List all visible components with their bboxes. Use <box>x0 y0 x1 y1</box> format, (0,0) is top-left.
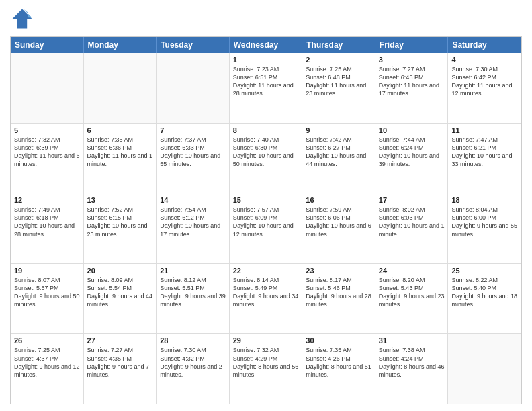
cal-cell: 17Sunrise: 8:02 AMSunset: 6:03 PMDayligh… <box>375 193 449 263</box>
cal-cell: 30Sunrise: 7:35 AMSunset: 4:26 PMDayligh… <box>302 334 375 404</box>
cell-info: Sunrise: 7:54 AMSunset: 6:12 PMDaylight:… <box>160 205 226 238</box>
cell-info: Sunrise: 8:07 AMSunset: 5:57 PMDaylight:… <box>14 276 80 309</box>
cal-cell: 13Sunrise: 7:52 AMSunset: 6:15 PMDayligh… <box>84 193 157 263</box>
week-row-1: 1Sunrise: 7:23 AMSunset: 6:51 PMDaylight… <box>11 53 521 124</box>
cell-info: Sunrise: 7:27 AMSunset: 6:45 PMDaylight:… <box>379 65 445 98</box>
cal-cell: 3Sunrise: 7:27 AMSunset: 6:45 PMDaylight… <box>375 53 449 123</box>
cal-cell: 23Sunrise: 8:17 AMSunset: 5:46 PMDayligh… <box>302 264 375 334</box>
cell-info: Sunrise: 7:32 AMSunset: 4:29 PMDaylight:… <box>233 346 299 379</box>
day-number: 31 <box>379 336 445 345</box>
day-number: 17 <box>379 196 445 204</box>
cell-info: Sunrise: 7:32 AMSunset: 6:39 PMDaylight:… <box>14 136 80 169</box>
cal-cell: 27Sunrise: 7:27 AMSunset: 4:35 PMDayligh… <box>84 334 157 404</box>
cell-info: Sunrise: 7:57 AMSunset: 6:09 PMDaylight:… <box>233 205 299 238</box>
day-number: 20 <box>87 267 153 275</box>
cal-cell: 5Sunrise: 7:32 AMSunset: 6:39 PMDaylight… <box>11 124 84 193</box>
cal-cell: 6Sunrise: 7:35 AMSunset: 6:36 PMDaylight… <box>84 124 157 193</box>
cell-info: Sunrise: 7:27 AMSunset: 4:35 PMDaylight:… <box>87 346 153 379</box>
cell-info: Sunrise: 7:35 AMSunset: 4:26 PMDaylight:… <box>306 346 371 379</box>
cell-info: Sunrise: 8:14 AMSunset: 5:49 PMDaylight:… <box>233 276 299 309</box>
cal-cell: 11Sunrise: 7:47 AMSunset: 6:21 PMDayligh… <box>448 124 521 193</box>
day-number: 25 <box>451 267 518 275</box>
week-row-4: 19Sunrise: 8:07 AMSunset: 5:57 PMDayligh… <box>11 264 521 334</box>
week-row-3: 12Sunrise: 7:49 AMSunset: 6:18 PMDayligh… <box>11 193 521 264</box>
cell-info: Sunrise: 7:49 AMSunset: 6:18 PMDaylight:… <box>14 205 80 238</box>
cal-cell: 29Sunrise: 7:32 AMSunset: 4:29 PMDayligh… <box>230 334 303 404</box>
cell-info: Sunrise: 7:25 AMSunset: 6:48 PMDaylight:… <box>306 65 371 98</box>
cal-cell: 4Sunrise: 7:30 AMSunset: 6:42 PMDaylight… <box>448 53 521 123</box>
cal-cell: 21Sunrise: 8:12 AMSunset: 5:51 PMDayligh… <box>157 264 230 334</box>
cell-info: Sunrise: 7:23 AMSunset: 6:51 PMDaylight:… <box>233 65 299 98</box>
calendar: SundayMondayTuesdayWednesdayThursdayFrid… <box>10 36 522 404</box>
cal-cell: 19Sunrise: 8:07 AMSunset: 5:57 PMDayligh… <box>11 264 84 334</box>
cal-cell: 9Sunrise: 7:42 AMSunset: 6:27 PMDaylight… <box>302 124 375 193</box>
day-number: 4 <box>451 56 518 64</box>
cal-cell: 2Sunrise: 7:25 AMSunset: 6:48 PMDaylight… <box>302 53 375 123</box>
day-number: 8 <box>233 126 299 134</box>
cal-cell: 28Sunrise: 7:30 AMSunset: 4:32 PMDayligh… <box>157 334 230 404</box>
cell-info: Sunrise: 7:37 AMSunset: 6:33 PMDaylight:… <box>160 136 226 169</box>
cell-info: Sunrise: 8:09 AMSunset: 5:54 PMDaylight:… <box>87 276 153 309</box>
day-number: 30 <box>306 336 371 345</box>
day-header-sunday: Sunday <box>11 37 84 53</box>
week-row-2: 5Sunrise: 7:32 AMSunset: 6:39 PMDaylight… <box>11 124 521 194</box>
cell-info: Sunrise: 7:38 AMSunset: 4:24 PMDaylight:… <box>379 346 445 379</box>
cal-cell <box>448 334 521 404</box>
day-number: 15 <box>233 196 299 204</box>
logo <box>10 7 37 31</box>
day-number: 23 <box>306 267 371 275</box>
cal-cell: 12Sunrise: 7:49 AMSunset: 6:18 PMDayligh… <box>11 193 84 263</box>
day-number: 7 <box>160 126 226 134</box>
cell-info: Sunrise: 7:30 AMSunset: 4:32 PMDaylight:… <box>160 346 226 379</box>
cal-cell <box>84 53 157 123</box>
cell-info: Sunrise: 7:30 AMSunset: 6:42 PMDaylight:… <box>451 65 518 98</box>
day-header-tuesday: Tuesday <box>157 37 230 53</box>
cell-info: Sunrise: 7:59 AMSunset: 6:06 PMDaylight:… <box>306 205 371 238</box>
day-number: 5 <box>14 126 80 134</box>
day-header-monday: Monday <box>84 37 157 53</box>
day-number: 1 <box>233 56 299 64</box>
cal-cell <box>11 53 84 123</box>
cal-cell: 22Sunrise: 8:14 AMSunset: 5:49 PMDayligh… <box>230 264 303 334</box>
cell-info: Sunrise: 8:17 AMSunset: 5:46 PMDaylight:… <box>306 276 371 309</box>
cal-cell: 26Sunrise: 7:25 AMSunset: 4:37 PMDayligh… <box>11 334 84 404</box>
cal-cell: 25Sunrise: 8:22 AMSunset: 5:40 PMDayligh… <box>448 264 521 334</box>
day-header-wednesday: Wednesday <box>230 37 303 53</box>
cal-cell: 1Sunrise: 7:23 AMSunset: 6:51 PMDaylight… <box>230 53 303 123</box>
page: SundayMondayTuesdayWednesdayThursdayFrid… <box>0 0 532 411</box>
day-number: 21 <box>160 267 226 275</box>
svg-marker-0 <box>13 9 32 29</box>
day-number: 12 <box>14 196 80 204</box>
day-number: 19 <box>14 267 80 275</box>
day-number: 9 <box>306 126 371 134</box>
cell-info: Sunrise: 8:04 AMSunset: 6:00 PMDaylight:… <box>451 205 518 238</box>
logo-icon <box>10 7 34 31</box>
day-number: 27 <box>87 336 153 345</box>
cell-info: Sunrise: 7:25 AMSunset: 4:37 PMDaylight:… <box>14 346 80 379</box>
day-number: 22 <box>233 267 299 275</box>
day-number: 18 <box>451 196 518 204</box>
day-number: 16 <box>306 196 371 204</box>
cell-info: Sunrise: 8:22 AMSunset: 5:40 PMDaylight:… <box>451 276 518 309</box>
cal-cell: 14Sunrise: 7:54 AMSunset: 6:12 PMDayligh… <box>157 193 230 263</box>
cell-info: Sunrise: 7:47 AMSunset: 6:21 PMDaylight:… <box>451 136 518 169</box>
cal-cell: 24Sunrise: 8:20 AMSunset: 5:43 PMDayligh… <box>375 264 449 334</box>
day-number: 10 <box>379 126 445 134</box>
day-number: 24 <box>379 267 445 275</box>
week-row-5: 26Sunrise: 7:25 AMSunset: 4:37 PMDayligh… <box>11 334 521 404</box>
cal-cell: 16Sunrise: 7:59 AMSunset: 6:06 PMDayligh… <box>302 193 375 263</box>
calendar-header: SundayMondayTuesdayWednesdayThursdayFrid… <box>11 37 521 53</box>
day-number: 26 <box>14 336 80 345</box>
day-header-friday: Friday <box>375 37 449 53</box>
cal-cell: 31Sunrise: 7:38 AMSunset: 4:24 PMDayligh… <box>375 334 449 404</box>
day-number: 3 <box>379 56 445 64</box>
day-header-saturday: Saturday <box>448 37 521 53</box>
cal-cell: 10Sunrise: 7:44 AMSunset: 6:24 PMDayligh… <box>375 124 449 193</box>
cell-info: Sunrise: 8:20 AMSunset: 5:43 PMDaylight:… <box>379 276 445 309</box>
cell-info: Sunrise: 7:40 AMSunset: 6:30 PMDaylight:… <box>233 136 299 169</box>
cell-info: Sunrise: 7:42 AMSunset: 6:27 PMDaylight:… <box>306 136 371 169</box>
day-header-thursday: Thursday <box>302 37 375 53</box>
cell-info: Sunrise: 7:44 AMSunset: 6:24 PMDaylight:… <box>379 136 445 169</box>
header <box>10 7 522 31</box>
cal-cell: 20Sunrise: 8:09 AMSunset: 5:54 PMDayligh… <box>84 264 157 334</box>
